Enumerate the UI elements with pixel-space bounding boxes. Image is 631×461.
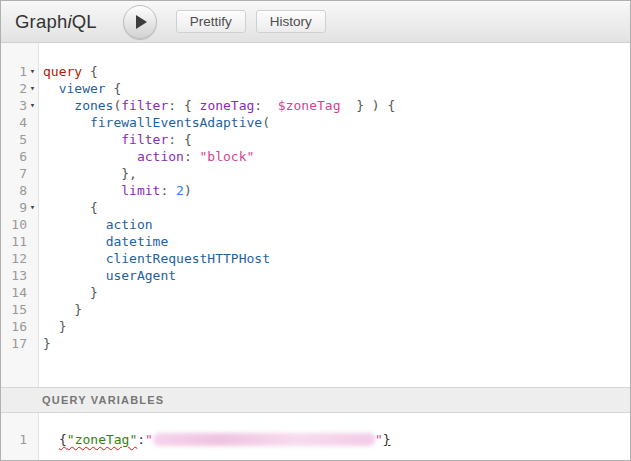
fold-arrow-icon[interactable]: ▾ [27,80,38,97]
code-line[interactable]: 6 action: "block" [1,148,630,165]
code-token [176,132,184,147]
code-text: { [38,199,630,216]
code-token [192,149,200,164]
fold-arrow-icon[interactable]: ▾ [27,199,38,216]
code-token: { [184,98,192,113]
fold-gutter [27,216,38,233]
code-text: clientRequestHTTPHost [38,250,630,267]
line-number: 7 [1,165,27,182]
code-line[interactable]: 7 }, [1,165,630,182]
code-line[interactable]: 17} [1,335,630,352]
fold-arrow-icon[interactable]: ▾ [27,63,38,80]
line-number: 13 [1,267,27,284]
line-number: 6 [1,148,27,165]
code-line[interactable]: 15 } [1,301,630,318]
line-number: 14 [1,284,27,301]
code-token [364,98,372,113]
code-token: filter [121,98,168,113]
variables-title-bar[interactable]: QUERY VARIABLES [1,387,630,413]
fold-gutter [27,131,38,148]
code-token [43,217,106,232]
query-editor[interactable]: 1▾query {2▾ viewer {3▾ zones(filter: { z… [1,43,630,387]
code-text: userAgent [38,267,630,284]
history-button[interactable]: History [256,10,326,33]
code-token [43,234,106,249]
code-text: zones(filter: { zoneTag: $zoneTag } ) { [38,97,630,114]
code-line[interactable]: 12 clientRequestHTTPHost [1,250,630,267]
code-token: } [356,98,364,113]
code-line[interactable]: 8 limit: 2) [1,182,630,199]
code-token [192,98,200,113]
code-text: } [38,284,630,301]
code-token: ( [262,115,270,130]
code-token [43,268,106,283]
line-number: 4 [1,114,27,131]
code-token [43,98,74,113]
code-token: clientRequestHTTPHost [106,251,270,266]
variables-editor[interactable]: 1{"zoneTag":""} [1,413,630,460]
code-token [82,64,90,79]
fold-gutter [27,301,38,318]
code-line[interactable]: 9▾ { [1,199,630,216]
code-line[interactable]: 14 } [1,284,630,301]
code-line[interactable]: 11 datetime [1,233,630,250]
prettify-button[interactable]: Prettify [176,10,246,33]
code-token: } [383,432,391,447]
code-token [168,183,176,198]
line-number: 11 [1,233,27,250]
code-token: viewer [59,81,106,96]
code-token: zoneTag [200,98,255,113]
code-token: : [137,432,145,447]
code-line[interactable]: 2▾ viewer { [1,80,630,97]
line-number: 16 [1,318,27,335]
fold-gutter [27,250,38,267]
fold-gutter [27,267,38,284]
code-token: } [43,336,51,351]
code-text: } [38,318,630,335]
code-line[interactable]: 5 filter: { [1,131,630,148]
line-number: 10 [1,216,27,233]
code-text: datetime [38,233,630,250]
code-line[interactable]: 1▾query { [1,63,630,80]
code-token [43,149,137,164]
code-text: query { [38,63,630,80]
code-line[interactable]: 10 action [1,216,630,233]
code-token: ) [372,98,380,113]
line-number: 2 [1,80,27,97]
code-token [43,81,59,96]
code-text: viewer { [38,80,630,97]
code-token [262,98,278,113]
code-token: filter [121,132,168,147]
code-token: : [168,132,176,147]
code-line[interactable]: 16 } [1,318,630,335]
code-token [43,132,121,147]
code-line[interactable]: 13 userAgent [1,267,630,284]
fold-gutter [27,182,38,199]
line-number: 1 [1,63,27,80]
execute-query-button[interactable] [123,5,157,39]
line-number: 12 [1,250,27,267]
code-text: firewallEventsAdaptive( [38,114,630,131]
code-token: action [137,149,184,164]
code-token: { [387,98,395,113]
fold-gutter [27,431,38,448]
code-line[interactable]: 1{"zoneTag":""} [1,431,630,448]
code-token: } [59,319,67,334]
code-line[interactable]: 3▾ zones(filter: { zoneTag: $zoneTag } )… [1,97,630,114]
code-text: filter: { [38,131,630,148]
code-token: datetime [106,234,169,249]
code-token: " [375,432,383,447]
code-text: action [38,216,630,233]
code-token: { [59,432,67,447]
code-token [43,251,106,266]
code-token: { [184,132,192,147]
redacted-value [153,433,375,446]
code-line[interactable]: 4 firewallEventsAdaptive( [1,114,630,131]
fold-arrow-icon[interactable]: ▾ [27,97,38,114]
code-token: zones [74,98,113,113]
code-token: { [90,200,98,215]
toolbar: GraphiQL Prettify History [1,1,630,43]
code-token: "block" [200,149,255,164]
code-token: : [168,98,176,113]
code-token [340,98,356,113]
